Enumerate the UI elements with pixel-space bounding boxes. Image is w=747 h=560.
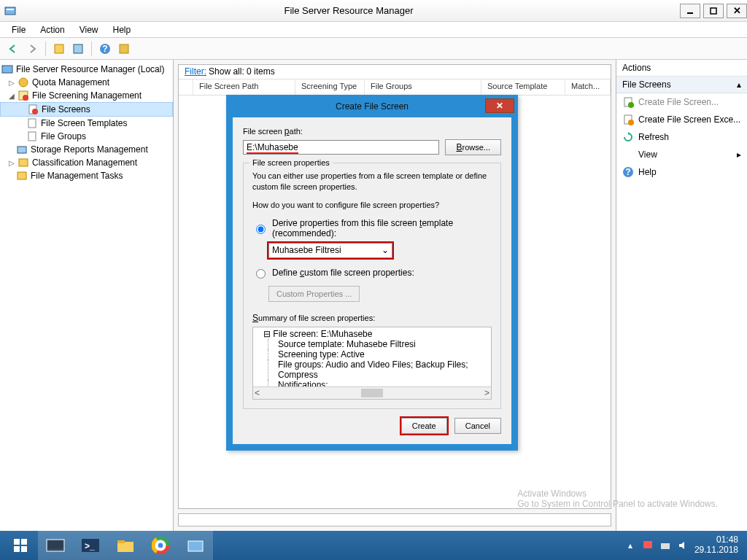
template-select[interactable]: Muhasebe Filtresi ⌄ <box>268 243 392 258</box>
task-chrome[interactable] <box>143 531 178 560</box>
toolbar-separator <box>45 42 46 56</box>
dialog-close-button[interactable]: ✕ <box>485 98 514 113</box>
action-create-exception[interactable]: Create File Screen Exce... <box>616 111 747 128</box>
collapse-icon[interactable]: ▴ <box>737 79 741 90</box>
tree-file-groups[interactable]: File Groups <box>0 130 173 143</box>
action-label: Refresh <box>638 132 669 142</box>
menu-bar: File Action View Help <box>0 22 747 38</box>
tree-classification[interactable]: ▷ Classification Management <box>0 156 173 169</box>
svg-rect-17 <box>18 147 26 153</box>
svg-rect-31 <box>48 541 63 548</box>
collapse-icon[interactable]: ◢ <box>7 91 16 100</box>
menu-view[interactable]: View <box>72 23 106 36</box>
refresh-icon <box>622 131 634 143</box>
close-button[interactable]: ✕ <box>727 4 747 18</box>
col-icon[interactable] <box>179 79 193 95</box>
file-screens-icon <box>27 104 39 115</box>
svg-rect-35 <box>117 540 125 543</box>
template-value: Muhasebe Filtresi <box>272 245 341 255</box>
actions-section: File Screens ▴ <box>616 77 747 93</box>
action-create-file-screen[interactable]: Create File Screen... <box>616 93 747 111</box>
classification-icon <box>18 157 29 168</box>
svg-rect-42 <box>643 541 652 548</box>
col-type[interactable]: Screening Type <box>295 79 365 95</box>
minimize-button[interactable] <box>680 4 700 18</box>
system-tray: ▴ 01:48 29.11.2018 <box>624 535 744 556</box>
col-path[interactable]: File Screen Path <box>193 79 295 95</box>
back-button[interactable] <box>4 40 22 58</box>
task-explorer[interactable] <box>108 531 143 560</box>
svg-point-21 <box>628 102 634 108</box>
tree-file-screening[interactable]: ◢ File Screening Management <box>0 89 173 102</box>
menu-help[interactable]: Help <box>106 23 139 36</box>
tree-quota[interactable]: ▷ Quota Management <box>0 76 173 89</box>
tree-file-mgmt-tasks[interactable]: File Management Tasks <box>0 169 173 182</box>
forward-button[interactable] <box>23 40 41 58</box>
tree-label: Quota Management <box>32 77 109 88</box>
svg-rect-3 <box>711 8 716 14</box>
toolbar: ? <box>0 38 747 60</box>
cancel-button[interactable]: Cancel <box>454 418 501 434</box>
tree-label: File Server Resource Manager (Local) <box>16 64 164 74</box>
radio-custom[interactable]: Define custom file screen properties: <box>252 267 492 279</box>
fieldset-desc: You can either use properties from a fil… <box>252 171 492 192</box>
tool-button-2[interactable] <box>69 40 87 58</box>
tree-label: File Groups <box>41 131 86 141</box>
action-view[interactable]: View ▸ <box>616 146 747 163</box>
tree-file-screens[interactable]: File Screens <box>0 102 173 117</box>
expand-icon[interactable]: ▷ <box>7 158 16 167</box>
tree-root[interactable]: File Server Resource Manager (Local) <box>0 63 173 76</box>
svg-rect-15 <box>28 119 36 128</box>
tray-caret-icon[interactable]: ▴ <box>624 540 636 551</box>
taskbar-clock[interactable]: 01:48 29.11.2018 <box>694 535 738 556</box>
svg-text:>_: >_ <box>85 541 95 551</box>
svg-rect-5 <box>74 44 82 53</box>
clock-date: 29.11.2018 <box>694 545 738 556</box>
clock-time: 01:48 <box>694 535 738 545</box>
task-server-manager[interactable] <box>38 531 73 560</box>
radio-derive-label: Derive properties from this file screen … <box>272 218 492 238</box>
tool-button-1[interactable] <box>50 40 68 58</box>
col-template[interactable]: Source Template <box>481 79 565 95</box>
action-refresh[interactable]: Refresh <box>616 128 747 146</box>
radio-custom-input[interactable] <box>256 269 266 279</box>
col-groups[interactable]: File Groups <box>365 79 481 95</box>
help-button[interactable]: ? <box>96 40 114 58</box>
menu-file[interactable]: File <box>4 23 33 36</box>
maximize-button[interactable] <box>703 4 724 18</box>
task-powershell[interactable]: >_ <box>73 531 108 560</box>
dialog-buttons: Create Cancel <box>243 418 501 434</box>
action-label: View <box>638 149 732 160</box>
expand-icon[interactable]: ▷ <box>7 78 16 87</box>
dialog-titlebar[interactable]: Create File Screen ✕ <box>227 96 517 117</box>
task-fsrm[interactable] <box>178 531 213 560</box>
browse-button[interactable]: Browse... <box>445 139 501 155</box>
dropdown-icon: ⌄ <box>382 245 389 255</box>
summary-scrollbar[interactable]: <> <box>253 386 491 399</box>
tree-templates[interactable]: File Screen Templates <box>0 117 173 130</box>
tray-network-icon[interactable] <box>659 540 671 551</box>
path-label: File screen path: <box>243 126 501 136</box>
tool-button-3[interactable] <box>115 40 133 58</box>
tree-storage-reports[interactable]: Storage Reports Management <box>0 143 173 156</box>
tray-volume-icon[interactable] <box>677 540 689 551</box>
svg-rect-28 <box>14 546 20 552</box>
col-match[interactable]: Match... <box>565 79 611 95</box>
reports-icon <box>16 144 28 155</box>
create-button[interactable]: Create <box>401 418 447 434</box>
start-button[interactable] <box>3 531 38 560</box>
svg-rect-1 <box>7 9 14 10</box>
menu-action[interactable]: Action <box>33 23 71 36</box>
radio-derive[interactable]: Derive properties from this file screen … <box>252 218 492 238</box>
svg-rect-27 <box>21 539 27 545</box>
radio-derive-input[interactable] <box>256 225 266 234</box>
submenu-arrow-icon: ▸ <box>737 149 741 160</box>
action-help[interactable]: ? Help <box>616 163 747 181</box>
svg-rect-19 <box>18 172 26 179</box>
blank-icon <box>622 149 634 160</box>
toolbar-separator <box>91 42 92 56</box>
filter-link[interactable]: Filter: <box>185 66 206 77</box>
tray-flag-icon[interactable] <box>642 540 654 551</box>
path-input[interactable]: E:\Muhasebe <box>243 140 439 155</box>
svg-text:?: ? <box>625 167 630 177</box>
